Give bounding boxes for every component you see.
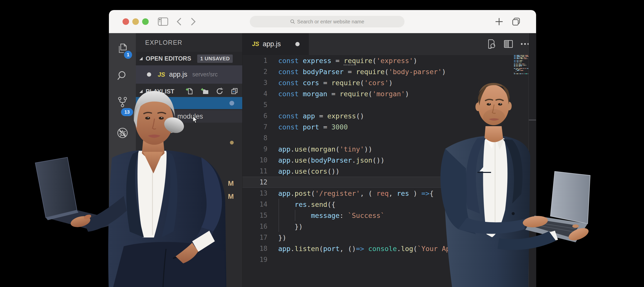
line-number: 16 [243,223,267,230]
line-number: 14 [243,201,267,208]
open-file-path: server/src [192,71,218,78]
code-line[interactable]: 7const port = 3000 [243,121,536,132]
line-number: 3 [243,79,267,86]
find-in-file-icon[interactable] [486,39,497,49]
activity-bar: 1 13 [109,33,136,287]
debug-disabled-icon[interactable] [117,127,128,139]
git-modified-marker: M [228,179,234,187]
code-text: }) [278,234,287,242]
refresh-icon[interactable] [216,87,224,95]
code-line[interactable]: 8 [243,132,536,144]
code-area[interactable]: 1const express = require('express')2cons… [243,55,536,287]
selected-item-dot-icon [229,101,234,106]
search-icon [290,19,295,24]
address-bar[interactable]: Search or enter website name [250,16,405,27]
code-text: app.post('/register', ( req, res ) =>{ [278,189,434,197]
line-number: 18 [243,245,267,252]
tree-item-fragment-on: on [206,180,214,188]
tab-appjs[interactable]: JS app.js [243,33,309,55]
zoom-button[interactable] [142,18,149,25]
code-line[interactable]: 1const express = require('express') [243,55,536,66]
sidebar-title: EXPLORER [145,33,182,52]
address-bar-placeholder: Search or enter website name [297,19,364,25]
code-line[interactable]: 4const morgan = require('morgan') [243,88,536,99]
open-editors-header[interactable]: OPEN EDITORS 1 UNSAVED [136,52,242,65]
tree-item-node-modules[interactable]: _modules [136,110,242,123]
minimap[interactable] [514,55,529,76]
code-text: app.use(cors()) [278,167,340,175]
code-text: const port = 3000 [278,123,348,131]
extensions-icon[interactable] [117,166,128,178]
close-button[interactable] [123,18,129,25]
scrollbar-track[interactable] [529,33,536,287]
manage-icon[interactable] [117,244,128,256]
sidebar-toggle-icon[interactable] [158,10,168,33]
line-number: 13 [243,189,267,197]
js-file-icon: JS [252,41,259,47]
open-editors-label: OPEN EDITORS [146,55,191,62]
line-number: 11 [243,167,267,175]
line-number: 2 [243,68,267,75]
code-line[interactable]: 14 res.send({ [243,199,536,210]
code-line[interactable]: 18app.listen(port, ()=> console.log(`You… [243,243,536,254]
explorer-sidebar: EXPLORER OPEN EDITORS 1 UNSAVED JS app.j… [136,33,242,287]
code-line[interactable]: 11app.use(cors()) [243,166,536,177]
editor-group: JS app.js [242,33,536,287]
tab-label: app.js [263,40,281,48]
code-line[interactable]: 5 [243,99,536,110]
search-panel-icon[interactable] [117,70,128,81]
code-line[interactable]: 15 message: `Success` [243,210,536,221]
back-icon[interactable] [176,10,182,33]
source-control-badge: 13 [121,108,133,116]
code-text: }) [278,223,303,230]
code-line[interactable]: 17}) [243,232,536,243]
tab-bar: JS app.js [243,33,536,55]
line-number: 12 [243,178,267,186]
browser-toolbar: Search or enter website name [109,10,536,33]
code-line[interactable]: 9app.use(morgan('tiny')) [243,144,536,155]
playlist-section-label: PLAYLIST [146,88,174,95]
open-editor-item-appjs[interactable]: JS app.js server/src [136,65,242,84]
new-file-icon[interactable] [185,87,193,95]
code-text: const express = require('express') [278,57,417,65]
browser-window: Search or enter website name [109,10,536,287]
minimize-button[interactable] [132,18,139,25]
line-number: 10 [243,156,267,164]
explorer-badge: 1 [124,51,132,59]
tree-item-fragment-c: c [170,127,173,135]
git-modified-marker: M [228,193,234,201]
collapse-all-icon[interactable] [231,87,239,95]
code-text: app.use(morgan('tiny')) [278,145,372,153]
line-number: 4 [243,90,267,98]
chevron-expanded-icon [139,90,143,93]
code-line[interactable]: 19 [243,254,536,265]
forward-icon[interactable] [190,10,196,33]
line-number: 19 [243,256,267,263]
code-line[interactable]: 12 [243,177,536,188]
scrollbar-mark [529,120,536,120]
split-editor-icon[interactable] [503,39,514,49]
mouse-cursor-icon [192,116,199,124]
code-text: const cors = require('cors') [278,79,393,87]
line-number: 7 [243,123,267,131]
line-number: 5 [243,101,267,109]
code-text: res.send({ [278,201,336,208]
new-folder-icon[interactable] [200,87,209,95]
code-text: message: `Success` [278,212,385,219]
tab-unsaved-dot-icon [295,42,300,46]
modified-dot-icon [230,141,234,145]
open-file-name: app.js [169,71,187,78]
indent-guide [295,210,295,221]
code-line[interactable]: 3const cors = require('cors') [243,77,536,88]
code-line[interactable]: 13app.post('/register', ( req, res ) =>{ [243,188,536,199]
tab-overview-icon[interactable] [511,10,521,33]
new-tab-icon[interactable] [495,10,503,33]
unsaved-badge: 1 UNSAVED [197,55,233,63]
selected-tree-item[interactable] [136,97,242,109]
code-line[interactable]: 2const bodyParser = require('body-parser… [243,66,536,77]
indent-guide [278,199,279,232]
code-line[interactable]: 16 }) [243,221,536,232]
code-line[interactable]: 6const app = express() [243,110,536,121]
code-line[interactable]: 10app.use(bodyParser.json()) [243,155,536,166]
source-control-icon[interactable] [117,96,128,108]
